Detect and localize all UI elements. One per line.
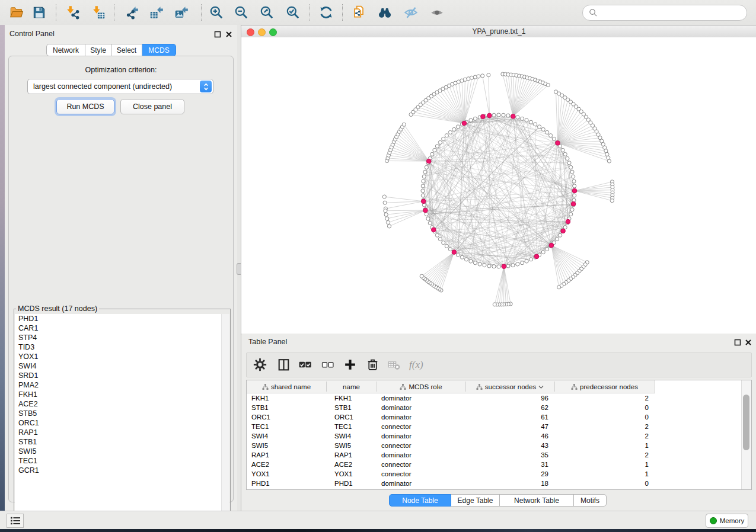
add-column-icon[interactable] bbox=[343, 357, 358, 373]
network-hub-node[interactable] bbox=[571, 201, 576, 206]
find-binoculars-icon[interactable] bbox=[377, 5, 393, 20]
node-table[interactable]: shared name name MCDS role successor nod… bbox=[246, 380, 752, 490]
memory-button[interactable]: Memory bbox=[706, 514, 748, 528]
table-row[interactable]: ACE2ACE2connector311 bbox=[247, 460, 741, 469]
float-table-panel-icon[interactable] bbox=[734, 339, 741, 346]
table-row[interactable]: SWI4SWI4dominator462 bbox=[247, 431, 741, 441]
tab-motifs[interactable]: Motifs bbox=[574, 494, 607, 507]
network-hub-node[interactable] bbox=[452, 250, 457, 255]
network-hub-node[interactable] bbox=[511, 114, 516, 119]
network-hub-node[interactable] bbox=[487, 113, 492, 118]
mcds-result-item[interactable]: SRD1 bbox=[15, 371, 229, 380]
table-row[interactable]: TEC1TEC1connector472 bbox=[247, 422, 741, 431]
mcds-result-item[interactable]: STP4 bbox=[15, 333, 229, 342]
mcds-result-item[interactable]: GCR1 bbox=[15, 466, 229, 475]
network-hub-node[interactable] bbox=[549, 243, 554, 248]
table-row[interactable]: SWI5SWI5connector431 bbox=[247, 441, 741, 450]
network-hub-node[interactable] bbox=[432, 227, 436, 232]
search-field[interactable] bbox=[582, 5, 747, 21]
mcds-result-item[interactable]: YOX1 bbox=[15, 352, 229, 361]
copy-share-icon[interactable] bbox=[351, 5, 366, 20]
table-row[interactable]: RAP1RAP1dominator352 bbox=[247, 450, 741, 460]
mcds-result-item[interactable]: ORC1 bbox=[15, 418, 229, 428]
delete-column-icon[interactable] bbox=[365, 357, 381, 373]
criterion-dropdown[interactable]: largest connected component (undirected) bbox=[27, 79, 213, 94]
table-row[interactable]: STB1STB1dominator620 bbox=[247, 403, 741, 412]
network-hub-node[interactable] bbox=[561, 229, 566, 233]
mcds-result-item[interactable]: CAR1 bbox=[15, 323, 229, 333]
node-table-body[interactable]: FKH1FKH1dominator962STB1STB1dominator620… bbox=[247, 393, 741, 489]
mcds-result-item[interactable]: PMA2 bbox=[15, 380, 229, 390]
tab-mcds[interactable]: MCDS bbox=[142, 44, 176, 56]
mcds-result-item[interactable]: TID3 bbox=[15, 342, 229, 352]
select-all-checks-icon[interactable] bbox=[298, 357, 313, 373]
settings-gear-icon[interactable] bbox=[253, 357, 268, 373]
search-icon bbox=[589, 8, 598, 17]
mcds-result-item[interactable]: ACE2 bbox=[15, 399, 229, 409]
tab-edge-table[interactable]: Edge Table bbox=[451, 494, 500, 507]
export-network-icon[interactable] bbox=[124, 5, 139, 20]
float-panel-icon[interactable] bbox=[214, 31, 221, 38]
network-hub-node[interactable] bbox=[502, 264, 506, 269]
mcds-result-item[interactable]: STB5 bbox=[15, 409, 229, 418]
tab-style[interactable]: Style bbox=[85, 44, 111, 56]
zoom-in-icon[interactable] bbox=[209, 5, 224, 20]
column-header-predecessor-nodes[interactable]: predecessor nodes bbox=[554, 380, 655, 393]
mcds-result-item[interactable]: RAP1 bbox=[15, 428, 229, 437]
run-mcds-button[interactable]: Run MCDS bbox=[56, 99, 114, 114]
zoom-out-icon[interactable] bbox=[234, 5, 249, 20]
network-hub-node[interactable] bbox=[481, 114, 486, 119]
mcds-result-item[interactable]: SWI4 bbox=[15, 361, 229, 371]
show-columns-icon[interactable] bbox=[276, 357, 292, 373]
save-session-icon[interactable] bbox=[31, 5, 47, 20]
network-hub-node[interactable] bbox=[566, 219, 570, 224]
zoom-selected-icon[interactable] bbox=[285, 5, 301, 20]
network-hub-node[interactable] bbox=[426, 159, 431, 164]
network-window-titlebar[interactable]: YPA_prune.txt_1 bbox=[241, 25, 756, 38]
show-panels-button[interactable] bbox=[7, 514, 24, 528]
close-panel-icon[interactable] bbox=[225, 31, 232, 38]
import-network-icon[interactable] bbox=[65, 5, 80, 20]
network-hub-node[interactable] bbox=[572, 188, 577, 193]
table-scrollbar[interactable] bbox=[741, 380, 751, 489]
deselect-all-checks-icon[interactable] bbox=[320, 357, 336, 373]
export-table-icon[interactable] bbox=[149, 5, 164, 20]
export-image-icon[interactable] bbox=[174, 5, 189, 20]
network-hub-node[interactable] bbox=[421, 199, 426, 204]
tab-node-table[interactable]: Node Table bbox=[389, 494, 451, 507]
table-cell: ORC1 bbox=[326, 414, 377, 421]
network-hub-node[interactable] bbox=[556, 141, 560, 146]
tab-select[interactable]: Select bbox=[111, 44, 142, 56]
column-header-shared-name[interactable]: shared name bbox=[247, 380, 326, 393]
close-panel-button[interactable]: Close panel bbox=[120, 99, 184, 114]
table-row[interactable]: YOX1YOX1connector291 bbox=[247, 469, 741, 479]
mcds-result-list[interactable]: PHD1CAR1STP4TID3YOX1SWI4SRD1PMA2FKH1ACE2… bbox=[15, 314, 229, 525]
show-eye-icon[interactable] bbox=[429, 5, 445, 20]
zoom-fit-icon[interactable] bbox=[259, 5, 275, 20]
mcds-result-item[interactable]: STB1 bbox=[15, 437, 229, 447]
hide-selected-eye-icon[interactable] bbox=[403, 5, 419, 20]
column-header-mcds-role[interactable]: MCDS role bbox=[377, 380, 465, 393]
tab-network[interactable]: Network bbox=[46, 44, 85, 56]
tab-network-table[interactable]: Network Table bbox=[500, 494, 574, 507]
refresh-view-icon[interactable] bbox=[318, 5, 334, 20]
import-table-icon[interactable] bbox=[91, 5, 106, 20]
table-row[interactable]: ORC1ORC1dominator610 bbox=[247, 412, 741, 422]
network-hub-node[interactable] bbox=[462, 121, 467, 126]
network-hub-node[interactable] bbox=[423, 208, 428, 213]
network-canvas[interactable] bbox=[241, 37, 756, 334]
mcds-result-item[interactable]: SWI5 bbox=[15, 447, 229, 456]
open-file-icon[interactable] bbox=[9, 5, 24, 20]
column-header-name[interactable]: name bbox=[326, 380, 377, 393]
column-header-successor-nodes[interactable]: successor nodes bbox=[465, 380, 554, 393]
mcds-list-scrollbar[interactable] bbox=[221, 314, 229, 525]
search-input[interactable] bbox=[600, 8, 747, 18]
table-row[interactable]: PHD1PHD1dominator180 bbox=[247, 479, 741, 488]
close-table-panel-icon[interactable] bbox=[745, 339, 752, 346]
mcds-result-item[interactable]: TEC1 bbox=[15, 456, 229, 466]
table-scrollbar-thumb[interactable] bbox=[743, 395, 749, 450]
mcds-result-item[interactable]: FKH1 bbox=[15, 390, 229, 399]
network-hub-node[interactable] bbox=[534, 254, 539, 259]
table-row[interactable]: FKH1FKH1dominator962 bbox=[247, 393, 741, 403]
mcds-result-item[interactable]: PHD1 bbox=[15, 314, 229, 323]
